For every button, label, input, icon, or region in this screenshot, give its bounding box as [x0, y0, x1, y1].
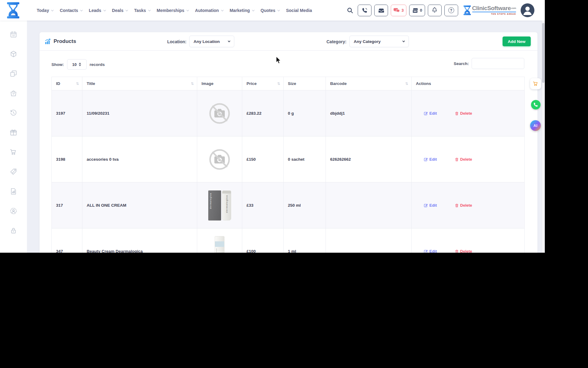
trash-icon [455, 111, 459, 116]
sidebar-item-duplicates[interactable] [9, 70, 17, 78]
sidebar-item-cart[interactable] [9, 148, 17, 156]
chevron-down-icon [148, 9, 150, 11]
phone-button[interactable] [358, 5, 371, 16]
location-selected-value: Any Location [194, 39, 220, 44]
brand-tagline: TEN STEPS AHEAD [472, 12, 516, 15]
app-logo[interactable] [7, 2, 20, 20]
ai-label: AI [533, 124, 537, 128]
gift-icon [9, 128, 17, 136]
nav-item-memberships[interactable]: Memberships [157, 8, 189, 13]
show-records-row: Show: 10 records [51, 59, 524, 70]
column-header-barcode[interactable]: Barcode⇅ [326, 77, 412, 90]
delete-button[interactable]: Delete [455, 111, 472, 116]
nav-item-deals[interactable]: Deals [112, 8, 128, 13]
edit-icon [424, 111, 428, 115]
page-title: Products [45, 38, 76, 44]
cell-image [197, 136, 242, 182]
column-header-actions[interactable]: Actions [412, 77, 525, 90]
chevron-down-icon [228, 40, 230, 42]
sidebar-item-security[interactable] [9, 227, 17, 235]
search-input[interactable] [472, 58, 524, 69]
nav-item-label: Leads [89, 8, 101, 13]
store-icon [412, 7, 418, 13]
user-avatar[interactable] [521, 3, 534, 17]
delete-button[interactable]: Delete [455, 249, 472, 253]
cell-id: 317 [52, 182, 82, 228]
trash-icon [455, 157, 459, 162]
column-header-title[interactable]: Title⇅ [82, 77, 197, 90]
nav-item-label: Quotes [261, 8, 275, 13]
chevron-down-icon [277, 9, 280, 11]
sidebar-item-reports[interactable] [9, 187, 17, 195]
chat-button[interactable]: 3 [391, 5, 406, 16]
cell-size: 1 ml [284, 228, 326, 253]
sidebar-item-history[interactable] [9, 109, 17, 117]
scrollbar-thumb[interactable] [542, 23, 545, 83]
column-header-price[interactable]: Price⇅ [242, 77, 284, 90]
user-circle-icon [9, 207, 17, 215]
sidebar-item-calendar[interactable]: 12 [9, 30, 17, 38]
nav-item-label: Automation [195, 8, 219, 13]
column-header-id[interactable]: ID⇅ [52, 77, 82, 90]
table-header-row: ID⇅ Title⇅ Image Price⇅ Size Barcode⇅ Ac… [52, 77, 525, 90]
cell-size: 0 g [284, 90, 326, 136]
table-row: 3197 11/09/20231 [52, 90, 525, 136]
no-image-icon [209, 148, 231, 171]
nav-item-leads[interactable]: Leads [89, 8, 105, 13]
copy-icon [9, 70, 17, 78]
chevron-down-icon [80, 9, 83, 11]
floating-whatsapp-button[interactable] [531, 100, 541, 109]
show-records-select[interactable]: 10 [67, 59, 87, 70]
sidebar-item-gifts[interactable] [9, 128, 17, 136]
nav-item-quotes[interactable]: Quotes [261, 8, 280, 13]
sort-icon: ⇅ [405, 82, 408, 86]
nav-item-marketing[interactable]: Marketing [230, 8, 254, 13]
floating-ai-button[interactable]: AI [530, 120, 541, 131]
cell-title: Beauty Cream Dearmalogica [82, 228, 197, 253]
category-select[interactable]: Any Category [349, 36, 409, 47]
nav-item-social-media[interactable]: Social Media [286, 8, 312, 13]
store-button[interactable]: 0 [409, 5, 425, 16]
edit-button[interactable]: Edit [424, 249, 437, 253]
chat-count-badge: 3 [401, 8, 404, 13]
help-button[interactable]: ? [444, 5, 458, 16]
search-icon[interactable] [347, 7, 353, 14]
sidebar-item-orders[interactable] [9, 89, 17, 97]
cell-barcode [326, 182, 412, 228]
floating-cart-button[interactable] [530, 78, 541, 89]
no-image-icon [209, 102, 231, 125]
cell-barcode [326, 228, 412, 253]
nav-item-contacts[interactable]: Contacts [60, 8, 82, 13]
location-select[interactable]: Any Location [189, 36, 234, 47]
edit-button[interactable]: Edit [424, 157, 437, 162]
sidebar-item-clients[interactable] [9, 207, 17, 215]
column-header-size[interactable]: Size [284, 77, 326, 90]
brand-suffix: .com [511, 7, 516, 10]
product-tube-image: dermalogica [222, 190, 231, 220]
inbox-button[interactable] [374, 5, 388, 16]
vertical-scrollbar[interactable] [541, 21, 545, 253]
brand-name: ClinicSoftware [472, 5, 511, 11]
add-new-button[interactable]: Add New [503, 36, 531, 46]
nav-item-automation[interactable]: Automation [195, 8, 223, 13]
chart-growth-icon [45, 39, 51, 44]
edit-button[interactable]: Edit [424, 111, 437, 116]
sidebar-item-products[interactable] [9, 50, 17, 58]
column-header-image[interactable]: Image [197, 77, 242, 90]
nav-item-today[interactable]: Today [37, 8, 53, 13]
notifications-button[interactable] [428, 5, 442, 16]
brand-text: ClinicSoftware.com TEN STEPS AHEAD [472, 5, 516, 15]
edit-button[interactable]: Edit [424, 203, 437, 208]
inbox-tray-icon [378, 7, 384, 13]
sort-icon: ⇅ [191, 82, 194, 86]
cart-icon [9, 148, 17, 156]
whatsapp-icon [533, 102, 538, 107]
cell-image [197, 228, 242, 253]
delete-button[interactable]: Delete [455, 157, 472, 162]
table-row: 347 Beauty Cream Dearmalogica £100 1 ml [52, 228, 525, 253]
nav-item-tasks[interactable]: Tasks [134, 8, 150, 13]
delete-button[interactable]: Delete [455, 203, 472, 208]
clinicsoftware-brand[interactable]: ClinicSoftware.com TEN STEPS AHEAD [463, 5, 516, 15]
history-icon [9, 109, 17, 117]
sidebar-item-pricing[interactable] [9, 168, 17, 176]
